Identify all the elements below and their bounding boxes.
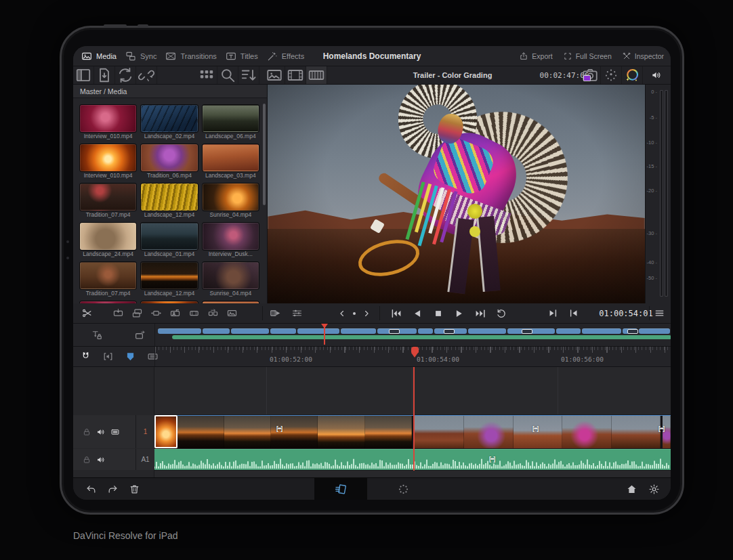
home-icon[interactable] bbox=[626, 483, 637, 495]
media-clip[interactable]: Interview_010.mp4 bbox=[80, 105, 136, 140]
timeline-clip-frame[interactable] bbox=[224, 415, 271, 448]
media-clip[interactable]: Landscape_12.mp4 bbox=[141, 184, 197, 219]
media-clip[interactable]: Landscape_03.mp4 bbox=[203, 144, 259, 179]
ripple-overwrite-icon[interactable] bbox=[188, 307, 200, 319]
settings-icon[interactable] bbox=[648, 483, 660, 495]
mini-timeline-clip[interactable] bbox=[623, 328, 637, 334]
loop-icon[interactable] bbox=[495, 307, 507, 320]
picture-in-picture-icon[interactable] bbox=[134, 329, 146, 341]
breadcrumb[interactable]: Master / Media bbox=[73, 85, 267, 98]
mini-timeline-clip[interactable] bbox=[434, 328, 467, 334]
view-filmstrip-icon[interactable] bbox=[285, 66, 306, 84]
speaker-icon[interactable] bbox=[96, 455, 106, 465]
view-thumbnail-icon[interactable] bbox=[264, 66, 285, 84]
media-clip[interactable]: Tradition_06.mp4 bbox=[141, 144, 197, 179]
mini-timeline-clip[interactable] bbox=[468, 328, 506, 334]
go-to-start-icon[interactable] bbox=[390, 307, 402, 320]
video-enable-icon[interactable] bbox=[110, 427, 120, 437]
top-action-button[interactable]: Export bbox=[519, 51, 552, 61]
filmstrip-play-icon[interactable] bbox=[270, 307, 281, 319]
lock-icon[interactable] bbox=[82, 455, 91, 465]
mini-playhead[interactable] bbox=[324, 325, 325, 345]
search-icon[interactable] bbox=[217, 66, 238, 84]
auto-enhance-icon[interactable] bbox=[601, 66, 622, 84]
import-media-icon[interactable] bbox=[94, 66, 115, 84]
media-clip[interactable]: Interview_010.mp4 bbox=[80, 144, 136, 179]
top-tab[interactable]: Titles bbox=[226, 51, 258, 62]
play-reverse-icon[interactable] bbox=[411, 307, 423, 320]
retime-controls-icon[interactable] bbox=[291, 307, 303, 319]
place-on-top-icon[interactable] bbox=[169, 307, 181, 319]
grid-view-icon[interactable] bbox=[196, 66, 217, 84]
flag-marker-icon[interactable] bbox=[125, 351, 136, 362]
playhead-lock-icon[interactable] bbox=[91, 329, 103, 341]
resync-icon[interactable] bbox=[115, 66, 136, 84]
timeline-clip-frame[interactable] bbox=[612, 415, 661, 448]
timeline-clip-frame[interactable] bbox=[318, 415, 365, 448]
timeline-clip-frame[interactable] bbox=[562, 415, 612, 448]
top-tab[interactable]: Media bbox=[81, 51, 117, 62]
mini-timeline-clip[interactable] bbox=[270, 328, 296, 334]
jog-fwd-icon[interactable] bbox=[362, 309, 371, 318]
speaker-icon[interactable] bbox=[96, 427, 106, 437]
swap-clip-icon[interactable] bbox=[207, 307, 219, 319]
timeline-ruler[interactable]: 01:00:52:0001:00:54:0001:00:56:00 bbox=[154, 347, 671, 366]
media-clip[interactable]: Landscape_12.mp4 bbox=[141, 262, 197, 297]
media-pool-scrollbar[interactable] bbox=[263, 104, 266, 205]
playhead-pin[interactable] bbox=[411, 347, 419, 361]
mini-timeline-clip[interactable] bbox=[556, 328, 581, 334]
viewer-clip-label[interactable]: Trailer - Color Grading bbox=[377, 66, 528, 84]
sort-icon[interactable] bbox=[238, 66, 259, 84]
lock-icon[interactable] bbox=[82, 427, 91, 437]
replace-clip-icon[interactable] bbox=[150, 307, 162, 319]
mini-timeline-clip[interactable] bbox=[377, 328, 417, 334]
undo-icon[interactable] bbox=[85, 483, 97, 495]
cut-icon[interactable] bbox=[81, 307, 93, 319]
mini-timeline[interactable] bbox=[154, 324, 671, 346]
media-clip[interactable]: Tradition_07.mp4 bbox=[80, 184, 136, 219]
mini-timeline-clip[interactable] bbox=[507, 328, 555, 334]
video-track-number[interactable]: 1 bbox=[135, 415, 154, 448]
timeline-clip-frame[interactable] bbox=[464, 415, 514, 448]
mini-timeline-clip[interactable] bbox=[582, 328, 621, 334]
sidebar-icon[interactable] bbox=[73, 66, 94, 84]
jog-back-icon[interactable] bbox=[337, 309, 347, 318]
linked-trim-icon[interactable] bbox=[102, 351, 114, 362]
overwrite-clip-icon[interactable] bbox=[131, 307, 143, 319]
menu-icon[interactable] bbox=[654, 307, 665, 319]
top-tab[interactable]: Transitions bbox=[165, 51, 216, 62]
next-edit-icon[interactable] bbox=[547, 307, 559, 319]
media-clip[interactable]: Landscape_01.mp4 bbox=[141, 223, 197, 258]
timeline-playhead-line[interactable] bbox=[413, 367, 415, 471]
color-magic-icon[interactable] bbox=[622, 66, 643, 84]
fast-forward-icon[interactable] bbox=[474, 307, 486, 320]
relink-icon[interactable] bbox=[136, 66, 157, 84]
timeline-clip-frame[interactable] bbox=[365, 415, 412, 448]
mini-timeline-clip[interactable] bbox=[418, 328, 433, 334]
audio-monitor-cell[interactable] bbox=[645, 66, 668, 84]
mini-timeline-clip[interactable] bbox=[203, 328, 230, 334]
add-still-icon[interactable] bbox=[226, 307, 238, 319]
redo-icon[interactable] bbox=[107, 483, 119, 495]
media-clip[interactable]: Sunrise_04.mp4 bbox=[203, 184, 259, 219]
play-forward-icon[interactable] bbox=[453, 307, 465, 320]
timeline-clip-frame[interactable] bbox=[154, 415, 177, 448]
audio-clip[interactable]: [••] bbox=[154, 449, 671, 470]
top-action-button[interactable]: Full Screen bbox=[563, 51, 612, 61]
media-clip[interactable]: Tradition_07.mp4 bbox=[80, 262, 136, 297]
top-tab[interactable]: Sync bbox=[125, 51, 156, 62]
mini-timeline-clip[interactable] bbox=[231, 328, 269, 334]
trash-icon[interactable] bbox=[129, 483, 140, 495]
snapping-icon[interactable] bbox=[80, 351, 91, 362]
page-button[interactable] bbox=[314, 478, 367, 500]
view-strip-icon[interactable] bbox=[306, 66, 327, 84]
jog-dot-icon[interactable] bbox=[350, 309, 359, 318]
media-clip[interactable]: Landscape_06.mp4 bbox=[203, 105, 259, 140]
media-clip[interactable]: Landscape_02.mp4 bbox=[141, 105, 197, 140]
media-clip[interactable]: Interview_Dusk... bbox=[203, 223, 259, 258]
audio-track-label[interactable]: A1 bbox=[135, 449, 154, 470]
timeline-clip-frame[interactable] bbox=[177, 415, 224, 448]
stop-icon[interactable] bbox=[432, 307, 444, 320]
top-tab[interactable]: Effects bbox=[267, 51, 304, 62]
camera-snapshot-icon[interactable] bbox=[580, 66, 601, 84]
